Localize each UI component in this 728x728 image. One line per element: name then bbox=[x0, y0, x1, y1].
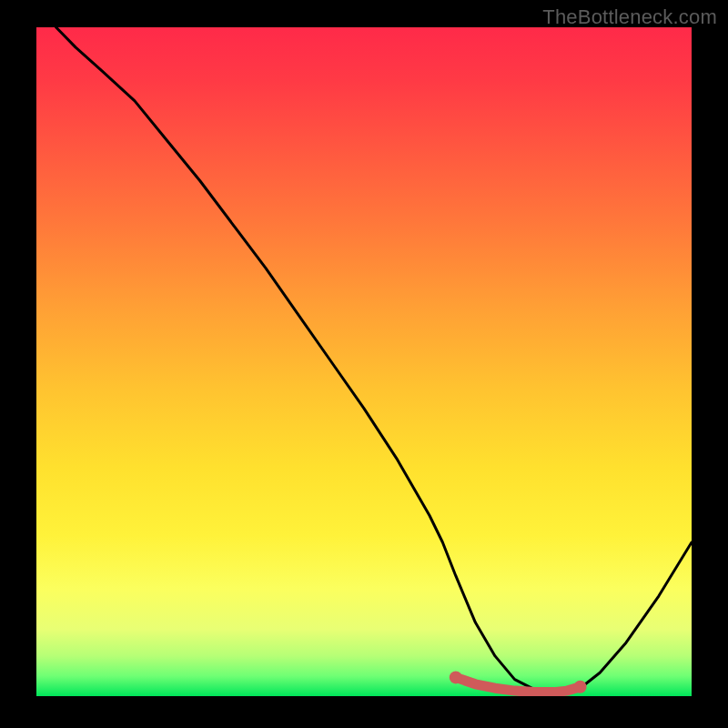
plot-area bbox=[36, 27, 692, 696]
chart-container: TheBottleneck.com bbox=[0, 0, 728, 728]
chart-svg bbox=[36, 27, 692, 696]
curve-path bbox=[56, 27, 692, 693]
watermark-text: TheBottleneck.com bbox=[542, 5, 717, 29]
bottleneck-curve-line bbox=[56, 27, 692, 693]
optimal-band-start-dot bbox=[450, 671, 462, 683]
optimal-band-end-dot bbox=[574, 681, 587, 693]
